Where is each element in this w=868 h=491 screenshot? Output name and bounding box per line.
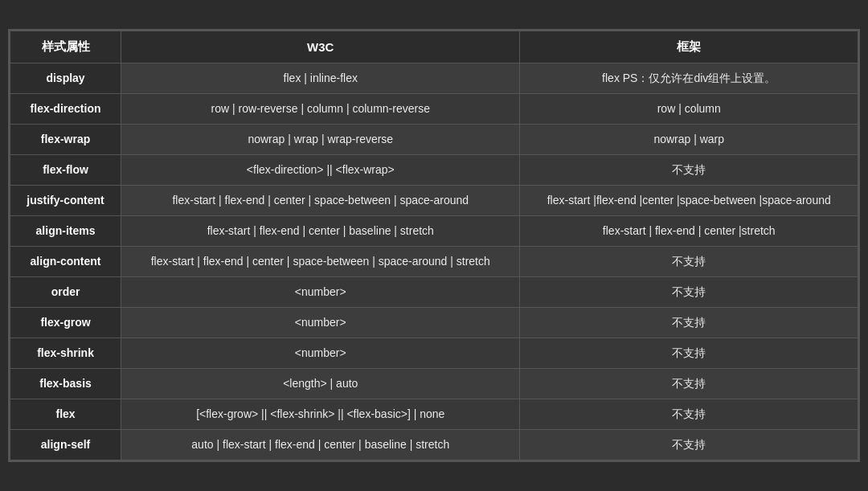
cell-framework: 不支持	[520, 369, 858, 399]
table-row: order<number>不支持	[10, 277, 858, 308]
cell-property: display	[10, 63, 121, 94]
cell-w3c: nowrap | wrap | wrap-reverse	[121, 125, 520, 155]
cell-framework: 不支持	[520, 277, 858, 308]
header-property: 样式属性	[10, 31, 121, 63]
cell-w3c: row | row-reverse | column | column-reve…	[121, 94, 520, 125]
cell-property: flex-flow	[10, 155, 121, 186]
cell-framework: row | column	[520, 94, 858, 125]
cell-w3c: <flex-direction> || <flex-wrap>	[121, 155, 520, 186]
cell-framework: nowrap | warp	[520, 125, 858, 155]
cell-property: flex-grow	[10, 308, 121, 338]
cell-property: flex	[10, 399, 121, 430]
header-framework: 框架	[520, 31, 858, 63]
comparison-table: 样式属性 W3C 框架 displayflex | inline-flexfle…	[8, 29, 860, 462]
table-row: align-contentflex-start | flex-end | cen…	[10, 247, 858, 277]
cell-w3c: <length> | auto	[121, 369, 520, 399]
table-row: flex-shrink<number>不支持	[10, 338, 858, 369]
cell-framework: flex-start | flex-end | center |stretch	[520, 216, 858, 247]
cell-w3c: [<flex-grow> || <flex-shrink> || <flex-b…	[121, 399, 520, 430]
cell-property: order	[10, 277, 121, 308]
table-row: align-selfauto | flex-start | flex-end |…	[10, 430, 858, 460]
cell-property: flex-shrink	[10, 338, 121, 369]
table-row: flex-directionrow | row-reverse | column…	[10, 94, 858, 125]
cell-property: flex-basis	[10, 369, 121, 399]
cell-w3c: <number>	[121, 277, 520, 308]
cell-w3c: flex-start | flex-end | center | space-b…	[121, 247, 520, 277]
cell-framework: 不支持	[520, 308, 858, 338]
table-row: flex-basis<length> | auto不支持	[10, 369, 858, 399]
cell-framework: 不支持	[520, 399, 858, 430]
cell-w3c: flex-start | flex-end | center | space-b…	[121, 186, 520, 216]
cell-property: align-self	[10, 430, 121, 460]
header-w3c: W3C	[121, 31, 520, 63]
table-row: flex[<flex-grow> || <flex-shrink> || <fl…	[10, 399, 858, 430]
table-row: flex-flow<flex-direction> || <flex-wrap>…	[10, 155, 858, 186]
cell-property: flex-direction	[10, 94, 121, 125]
cell-w3c: <number>	[121, 338, 520, 369]
cell-framework: 不支持	[520, 338, 858, 369]
cell-property: align-items	[10, 216, 121, 247]
cell-property: flex-wrap	[10, 125, 121, 155]
table-row: displayflex | inline-flexflex PS：仅允许在div…	[10, 63, 858, 94]
cell-w3c: flex | inline-flex	[121, 63, 520, 94]
cell-w3c: auto | flex-start | flex-end | center | …	[121, 430, 520, 460]
cell-property: justify-content	[10, 186, 121, 216]
cell-w3c: flex-start | flex-end | center | baselin…	[121, 216, 520, 247]
cell-framework: 不支持	[520, 430, 858, 460]
cell-framework: 不支持	[520, 155, 858, 186]
cell-framework: flex PS：仅允许在div组件上设置。	[520, 63, 858, 94]
cell-framework: 不支持	[520, 247, 858, 277]
cell-w3c: <number>	[121, 308, 520, 338]
cell-property: align-content	[10, 247, 121, 277]
table-header-row: 样式属性 W3C 框架	[10, 31, 858, 63]
table-row: justify-contentflex-start | flex-end | c…	[10, 186, 858, 216]
table-row: flex-wrapnowrap | wrap | wrap-reversenow…	[10, 125, 858, 155]
table-row: flex-grow<number>不支持	[10, 308, 858, 338]
cell-framework: flex-start |flex-end |center |space-betw…	[520, 186, 858, 216]
table-row: align-itemsflex-start | flex-end | cente…	[10, 216, 858, 247]
